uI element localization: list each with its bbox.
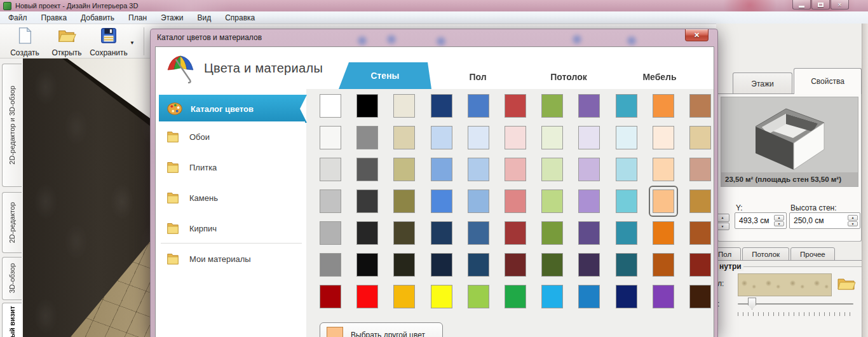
x-coordinate-spinner-fragment[interactable]: ▲▼ [716,214,729,230]
color-swatch-4-9[interactable] [653,221,674,245]
color-swatch-1-5[interactable] [505,126,526,149]
color-swatch-4-0[interactable] [320,221,341,245]
inside-browse-folder-button[interactable] [836,275,857,293]
color-swatch-1-7[interactable] [578,126,600,149]
color-swatch-6-9[interactable] [653,285,674,308]
color-swatch-5-0[interactable] [320,253,341,277]
sidebar-item-4[interactable]: Кирпич [159,213,305,244]
color-swatch-5-4[interactable] [468,253,489,277]
menu-item-0[interactable]: Файл [1,11,34,24]
color-swatch-5-7[interactable] [578,253,600,277]
color-swatch-1-1[interactable] [356,126,378,149]
sidebar-item-2[interactable]: Плитка [159,152,305,182]
view-tab-0[interactable]: 2D-редактор и 3D-обзор [2,64,22,187]
dialog-tab-2[interactable]: Потолок [524,65,613,89]
color-swatch-3-3[interactable] [431,189,452,213]
color-swatch-4-10[interactable] [689,221,711,245]
y-coordinate-input[interactable]: 493,3 см ▲▼ [735,212,787,229]
color-swatch-3-6[interactable] [541,189,563,213]
menu-item-2[interactable]: Добавить [74,11,121,24]
dialog-tab-1[interactable]: Пол [433,65,522,89]
inside-texture-preview[interactable] [738,273,832,296]
color-swatch-4-6[interactable] [541,221,563,245]
color-swatch-0-4[interactable] [468,94,489,118]
color-swatch-4-1[interactable] [356,221,378,245]
dialog-close-button[interactable]: ✕ [685,29,709,41]
sidebar-item-5[interactable]: Мои материалы [159,244,305,274]
color-swatch-2-3[interactable] [431,158,452,181]
color-swatch-4-2[interactable] [393,221,415,245]
color-swatch-6-10[interactable] [689,285,711,308]
color-swatch-3-10[interactable] [689,189,711,213]
tab-properties[interactable]: Свойства [794,68,862,94]
color-swatch-0-2[interactable] [393,94,415,118]
surface-subtab-0[interactable]: Пол [716,247,741,261]
color-swatch-2-1[interactable] [356,158,378,181]
color-swatch-2-0[interactable] [320,158,341,181]
color-swatch-1-4[interactable] [468,126,489,149]
color-swatch-6-1[interactable] [356,285,378,308]
color-swatch-3-4[interactable] [468,189,489,213]
y-spinner[interactable]: ▲▼ [774,215,784,226]
color-swatch-1-6[interactable] [541,126,563,149]
dialog-tab-3[interactable]: Мебель [615,65,704,89]
sidebar-item-3[interactable]: Камень [159,182,305,213]
surface-subtab-1[interactable]: Потолок [742,247,789,261]
color-swatch-5-8[interactable] [616,253,637,277]
color-swatch-0-3[interactable] [431,94,452,118]
color-swatch-6-8[interactable] [616,285,637,308]
color-swatch-1-10[interactable] [689,126,711,149]
color-swatch-0-9[interactable] [653,94,674,118]
slider-thumb[interactable] [748,298,756,310]
color-swatch-6-5[interactable] [505,285,526,308]
wall-height-spinner[interactable]: ▲▼ [848,215,858,226]
color-swatch-6-2[interactable] [393,285,415,308]
color-swatch-3-7[interactable] [578,189,600,213]
view-tab-1[interactable]: 2D-редактор [2,192,22,253]
color-swatch-1-2[interactable] [393,126,415,149]
color-swatch-2-9[interactable] [653,158,674,181]
color-swatch-2-5[interactable] [505,158,526,181]
tab-floors[interactable]: Этажи [733,72,792,94]
color-swatch-2-8[interactable] [616,158,637,181]
color-swatch-5-2[interactable] [393,253,415,277]
color-swatch-0-7[interactable] [578,94,600,118]
color-swatch-3-0[interactable] [320,189,341,213]
minimize-button[interactable] [792,0,811,10]
color-swatch-3-2[interactable] [393,189,415,213]
color-swatch-5-1[interactable] [356,253,378,277]
sidebar-item-1[interactable]: Обои [159,121,305,152]
color-swatch-0-5[interactable] [505,94,526,118]
color-swatch-4-8[interactable] [616,221,637,245]
surface-subtab-2[interactable]: Прочее [790,247,835,261]
color-swatch-4-7[interactable] [578,221,600,245]
color-swatch-2-6[interactable] [541,158,563,181]
color-swatch-3-1[interactable] [356,189,378,213]
color-swatch-2-7[interactable] [578,158,600,181]
color-swatch-0-6[interactable] [541,94,563,118]
save-dropdown-icon[interactable]: ▼ [130,40,139,46]
color-swatch-6-0[interactable] [320,285,341,308]
close-button[interactable]: × [831,0,849,10]
menu-item-5[interactable]: Вид [190,11,218,24]
color-swatch-0-0[interactable] [320,94,341,118]
view-tab-2[interactable]: 3D-обзор [2,257,22,300]
color-swatch-3-5[interactable] [505,189,526,213]
view-tab-3[interactable]: льный визит [2,303,22,337]
color-swatch-2-2[interactable] [393,158,415,181]
color-swatch-4-4[interactable] [468,221,489,245]
texture-scale-slider[interactable] [738,298,853,310]
new-document-button[interactable]: Создать [4,26,46,57]
menu-item-6[interactable]: Справка [218,11,262,24]
color-swatch-1-0[interactable] [320,126,341,149]
wall-height-input[interactable]: 250,0 см ▲▼ [789,212,860,229]
color-swatch-4-5[interactable] [505,221,526,245]
color-swatch-1-3[interactable] [431,126,452,149]
color-swatch-5-9[interactable] [653,253,674,277]
color-swatch-0-1[interactable] [356,94,378,118]
color-swatch-5-3[interactable] [431,253,452,277]
color-swatch-0-10[interactable] [689,94,711,118]
sidebar-item-color-catalog[interactable]: Каталог цветов [159,95,307,123]
color-swatch-6-6[interactable] [541,285,563,308]
choose-other-color-button[interactable]: Выбрать другой цвет [320,322,443,337]
